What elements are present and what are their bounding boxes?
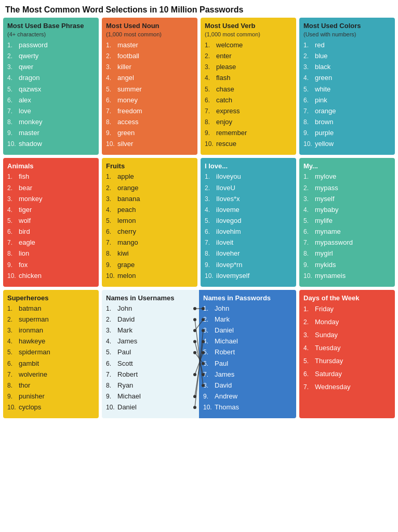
list-item: 5.spiderman (7, 347, 95, 357)
list-item-word: dragon (19, 73, 39, 83)
list-item: 9.purple (303, 128, 391, 138)
list-item-word: mypassword (315, 237, 353, 248)
list-item-word: access (117, 117, 138, 127)
names-wrapper: Names in Usernames 1.John2.David3.Mark4.… (102, 290, 296, 418)
list-item: 2.IloveU (205, 183, 292, 193)
list-item-word: angel (117, 73, 134, 83)
names-usernames-list: 1.John2.David3.Mark4.James5.Paul6.Scott7… (106, 303, 195, 413)
list-item-number: 10. (7, 139, 19, 149)
list-item: 9.punisher (7, 391, 95, 402)
list-item-number: 9. (205, 260, 216, 270)
list-item-word: blue (315, 51, 328, 61)
list-item: 5.mylife (303, 216, 391, 226)
noun-title: Most Used Noun (106, 22, 193, 30)
list-item-number: 1. (303, 172, 315, 182)
list-item: 2.Monday (303, 316, 391, 328)
list-item-number: 3. (205, 194, 216, 204)
list-item-number: 4. (7, 73, 19, 83)
list-item-word: mylife (315, 216, 333, 226)
list-item: 7.freedom (106, 106, 193, 116)
list-item-word: black (315, 62, 330, 72)
list-item: 1.John (203, 303, 292, 314)
list-item: 8.kiwi (106, 248, 193, 259)
list-item: 3.Daniel (203, 325, 292, 336)
list-item-number: 6. (303, 96, 315, 105)
list-item-word: mybaby (315, 205, 339, 215)
list-item: 2.blue (303, 51, 391, 61)
list-item-number: 5. (106, 216, 117, 226)
list-item-word: myself (315, 194, 335, 204)
list-item-word: mango (117, 237, 138, 248)
list-item: 3.Sunday (303, 329, 391, 341)
list-item-number: 6. (205, 96, 216, 105)
list-item: 5.ilovegod (205, 216, 292, 226)
list-item-number: 10. (106, 139, 117, 149)
list-item-word: ilovehim (216, 227, 241, 237)
list-item-number: 4. (106, 73, 117, 83)
list-item-word: password (19, 40, 48, 50)
list-item: 3.black (303, 62, 391, 72)
list-item-number: 5. (205, 85, 216, 95)
list-item-number: 4. (205, 73, 216, 83)
list-item-number: 6. (7, 96, 19, 105)
list-item-number: 1. (7, 172, 19, 182)
list-item-number: 9. (205, 128, 216, 138)
list-item-number: 9. (303, 128, 315, 138)
colors-section: Most Used Colors (Used with numbers) 1.r… (299, 18, 395, 155)
list-item-word: red (315, 40, 325, 50)
list-item-number: 1. (205, 172, 216, 182)
list-item: 7.eagle (7, 237, 95, 248)
list-item: 3.qwer (7, 62, 95, 72)
list-item-word: qwerty (19, 51, 38, 61)
names-passwords-title: Names in Passwords (203, 294, 292, 302)
list-item-number: 10. (7, 403, 19, 413)
list-item-number: 7. (7, 238, 19, 248)
list-item: 3.please (205, 62, 292, 72)
list-item: 2.David (106, 314, 195, 325)
list-item-number: 3. (106, 194, 117, 204)
names-passwords-list: 1.John2.Mark3.Daniel4.Michael5.Robert6.P… (203, 303, 292, 413)
list-item-word: bird (19, 227, 30, 237)
list-item: 9.master (7, 128, 95, 138)
list-item: 2.orange (106, 183, 193, 193)
fruits-title: Fruits (106, 162, 193, 170)
list-item-number: 7. (303, 238, 315, 248)
list-item-number: 8. (7, 381, 19, 391)
my-list: 1.mylove2.mypass3.myself4.mybaby5.mylife… (303, 171, 391, 281)
list-item: 6.cherry (106, 227, 193, 237)
ilove-list: 1.iloveyou2.IloveU3.Iloves*x4.iloveme5.i… (205, 171, 292, 281)
list-item: 7.orange (303, 106, 391, 116)
list-item-word: monkey (19, 117, 43, 127)
list-item-number: 5. (7, 348, 19, 357)
list-item-word: iloveit (216, 237, 233, 248)
list-item-word: iloveyou (216, 171, 241, 182)
names-usernames-title: Names in Usernames (106, 294, 195, 302)
list-item-number: 3. (205, 62, 216, 72)
list-item-number: 10. (303, 271, 315, 281)
list-item: 3.myself (303, 194, 391, 204)
list-item: 10.cyclops (7, 402, 95, 413)
list-item-word: melon (117, 271, 136, 281)
list-item-word: orange (315, 106, 336, 116)
list-item-word: enter (216, 51, 232, 61)
list-item-number: 3. (106, 62, 117, 72)
base-phrase-section: Most Used Base Phrase (4+ characters) 1.… (3, 18, 99, 155)
list-item-word: yellow (315, 139, 334, 149)
list-item-number: 5. (106, 85, 117, 95)
list-item-word: summer (117, 84, 142, 95)
list-item-number: 3. (7, 326, 19, 336)
list-item-number: 2. (7, 315, 19, 325)
list-item-number: 7. (303, 107, 315, 116)
list-item: 6.Saturday (303, 368, 391, 380)
list-item-word: IloveU (216, 183, 235, 193)
list-item: 3.monkey (7, 194, 95, 204)
animals-section: Animals 1.fish2.bear3.monkey4.tiger5.wol… (3, 158, 99, 286)
list-item: 5.lemon (106, 216, 193, 226)
base-phrase-title: Most Used Base Phrase (7, 22, 95, 30)
list-item: 5.Thursday (303, 355, 391, 367)
list-item-word: batman (19, 303, 41, 314)
list-item-word: myname (315, 227, 341, 237)
list-item-word: purple (315, 128, 334, 138)
list-item: 4.iloveme (205, 205, 292, 215)
list-item-number: 9. (7, 260, 19, 270)
